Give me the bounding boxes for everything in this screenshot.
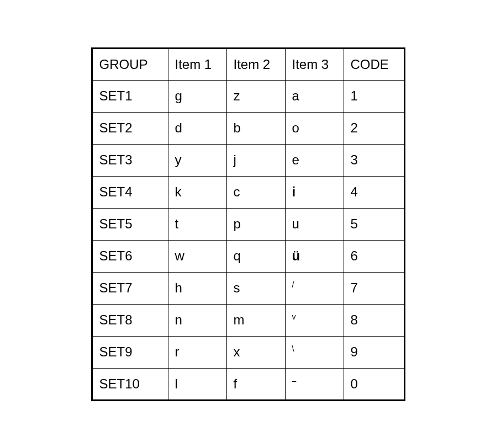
table-row: SET4 k c i 4: [92, 176, 404, 208]
table-row: SET10 l f – 0: [92, 368, 404, 400]
header-item3: Item 3: [285, 48, 344, 80]
cell-code: 8: [344, 304, 404, 336]
cell-code: 0: [344, 368, 404, 400]
table-row: SET1 g z a 1: [92, 80, 404, 112]
cell-group: SET10: [92, 368, 168, 400]
cell-code: 1: [344, 80, 404, 112]
cell-code: 4: [344, 176, 404, 208]
cell-item2: z: [226, 80, 285, 112]
cell-item3: e: [285, 144, 344, 176]
cell-group: SET5: [92, 208, 168, 240]
cell-item2: f: [226, 368, 285, 400]
table-body: GROUP Item 1 Item 2 Item 3 CODE SET1 g z…: [92, 48, 404, 400]
cell-item1: t: [168, 208, 226, 240]
cell-group: SET7: [92, 272, 168, 304]
cell-item2: c: [226, 176, 285, 208]
cell-item3: u: [285, 208, 344, 240]
cell-item2: x: [226, 336, 285, 368]
table-row: SET5 t p u 5: [92, 208, 404, 240]
cell-code: 3: [344, 144, 404, 176]
cell-item3: a: [285, 80, 344, 112]
cell-item1: k: [168, 176, 226, 208]
cell-code: 5: [344, 208, 404, 240]
cell-item2: p: [226, 208, 285, 240]
cell-item2: m: [226, 304, 285, 336]
table-row: SET3 y j e 3: [92, 144, 404, 176]
cell-item2: j: [226, 144, 285, 176]
cell-item1: y: [168, 144, 226, 176]
cell-item3: \: [285, 336, 344, 368]
cell-group: SET4: [92, 176, 168, 208]
table-row: SET6 w q ü 6: [92, 240, 404, 272]
table-row: SET7 h s / 7: [92, 272, 404, 304]
table-header-row: GROUP Item 1 Item 2 Item 3 CODE: [92, 48, 404, 80]
cell-item3: /: [285, 272, 344, 304]
cell-group: SET6: [92, 240, 168, 272]
cell-item1: n: [168, 304, 226, 336]
cell-item3: i: [285, 176, 344, 208]
cell-item1: g: [168, 80, 226, 112]
cell-group: SET9: [92, 336, 168, 368]
cell-item1: l: [168, 368, 226, 400]
cell-group: SET2: [92, 112, 168, 144]
table-row: SET8 n m v 8: [92, 304, 404, 336]
header-item2: Item 2: [226, 48, 285, 80]
cell-item3: v: [285, 304, 344, 336]
cell-item3: ü: [285, 240, 344, 272]
table-row: SET9 r x \ 9: [92, 336, 404, 368]
cell-item2: q: [226, 240, 285, 272]
header-code: CODE: [344, 48, 404, 80]
cell-item1: w: [168, 240, 226, 272]
table-row: SET2 d b o 2: [92, 112, 404, 144]
cell-item1: h: [168, 272, 226, 304]
cell-group: SET1: [92, 80, 168, 112]
cell-item1: d: [168, 112, 226, 144]
cell-group: SET8: [92, 304, 168, 336]
cell-item1: r: [168, 336, 226, 368]
header-group: GROUP: [92, 48, 168, 80]
cell-code: 2: [344, 112, 404, 144]
cell-code: 9: [344, 336, 404, 368]
cell-item2: s: [226, 272, 285, 304]
cell-item2: b: [226, 112, 285, 144]
header-item1: Item 1: [168, 48, 226, 80]
cell-item3: –: [285, 368, 344, 400]
data-table: GROUP Item 1 Item 2 Item 3 CODE SET1 g z…: [91, 47, 405, 401]
cell-group: SET3: [92, 144, 168, 176]
cell-code: 6: [344, 240, 404, 272]
table-container: GROUP Item 1 Item 2 Item 3 CODE SET1 g z…: [91, 47, 405, 401]
cell-item3: o: [285, 112, 344, 144]
cell-code: 7: [344, 272, 404, 304]
